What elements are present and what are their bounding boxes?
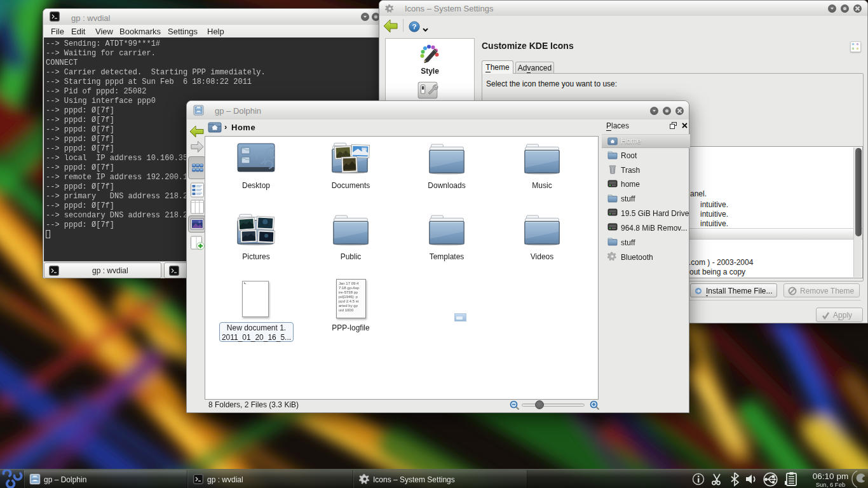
svg-text:?: ? <box>412 22 416 30</box>
